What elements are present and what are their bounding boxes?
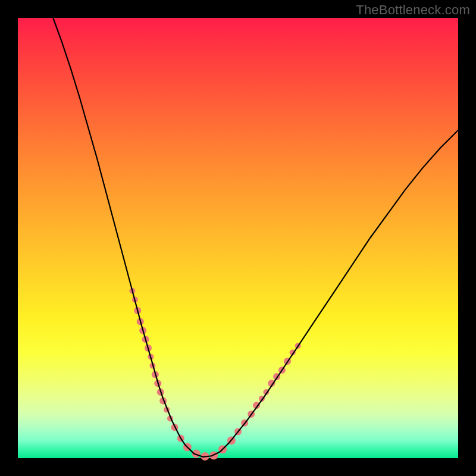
watermark-text: TheBottleneck.com bbox=[356, 2, 470, 18]
plot-area bbox=[18, 18, 458, 458]
chart-frame: TheBottleneck.com bbox=[0, 0, 476, 476]
chart-svg bbox=[18, 18, 458, 458]
bottleneck-curve bbox=[53, 18, 458, 457]
